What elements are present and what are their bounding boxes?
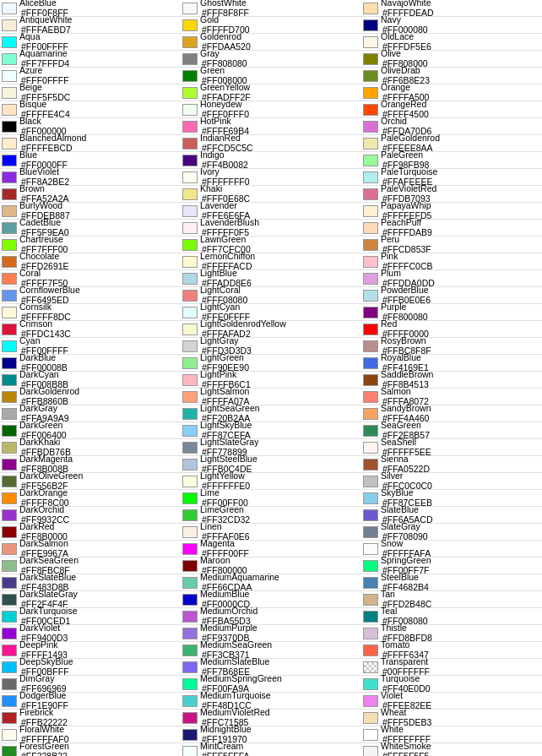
color-name: PeachPuff bbox=[381, 218, 432, 228]
color-name: LightCoral bbox=[200, 286, 247, 296]
color-name: LightSkyBlue bbox=[200, 421, 252, 431]
color-swatch bbox=[363, 324, 378, 335]
color-name: Teal bbox=[381, 606, 428, 617]
color-swatch bbox=[363, 678, 378, 690]
color-swatch bbox=[2, 560, 17, 572]
color-name: White bbox=[381, 725, 431, 735]
color-name: PaleTurquoise bbox=[381, 167, 437, 177]
color-name: OrangeRed bbox=[381, 100, 429, 110]
color-swatch bbox=[363, 442, 378, 454]
color-swatch bbox=[2, 273, 17, 285]
color-swatch bbox=[363, 492, 378, 504]
color-name: Ivory bbox=[200, 167, 250, 177]
color-name: LawnGreen bbox=[200, 235, 251, 245]
color-name: Indigo bbox=[200, 150, 248, 160]
color-swatch bbox=[182, 171, 198, 183]
color-swatch bbox=[182, 104, 198, 116]
color-name: DarkViolet bbox=[19, 623, 68, 634]
color-swatch bbox=[363, 729, 378, 741]
color-swatch bbox=[363, 3, 378, 14]
color-name: OliveDrab bbox=[381, 66, 430, 76]
color-name: SpringGreen bbox=[381, 556, 431, 566]
color-swatch bbox=[2, 374, 17, 386]
color-swatch bbox=[2, 611, 17, 623]
color-name: Aqua bbox=[19, 32, 68, 42]
color-name: Crimson bbox=[19, 319, 71, 329]
color-name: AntiqueWhite bbox=[19, 15, 72, 25]
color-swatch bbox=[182, 70, 198, 82]
color-hex: #FF228B22 bbox=[21, 752, 69, 757]
color-name: Tomato bbox=[381, 640, 429, 650]
color-name: Navy bbox=[381, 15, 428, 25]
color-name: LimeGreen bbox=[200, 505, 250, 515]
color-swatch bbox=[2, 425, 17, 437]
color-name: WhiteSmoke bbox=[381, 742, 431, 752]
color-name: Coral bbox=[19, 269, 68, 279]
color-hex: #FFF5F5F5 bbox=[382, 752, 431, 757]
color-name: Chocolate bbox=[19, 252, 69, 262]
color-name: LightGray bbox=[200, 336, 252, 346]
color-name: OldLace bbox=[381, 32, 431, 42]
color-name: DarkKhaki bbox=[19, 438, 71, 448]
color-swatch bbox=[182, 476, 198, 487]
color-swatch bbox=[182, 628, 198, 639]
color-name: DarkTurquoise bbox=[19, 606, 77, 617]
color-swatch bbox=[182, 205, 198, 217]
color-name: LightGoldenrodYellow bbox=[200, 319, 286, 329]
list-item: ForestGreen #FF228B22 bbox=[0, 743, 181, 756]
color-swatch bbox=[2, 408, 17, 420]
color-name: Firebrick bbox=[19, 708, 68, 718]
color-name: MediumTurquoise bbox=[200, 691, 271, 701]
color-swatch bbox=[182, 19, 198, 31]
color-swatch bbox=[182, 340, 198, 352]
color-swatch bbox=[363, 256, 378, 268]
color-swatch bbox=[363, 188, 378, 200]
color-swatch bbox=[2, 645, 17, 656]
color-swatch bbox=[182, 357, 198, 369]
color-swatch bbox=[363, 171, 378, 183]
color-swatch bbox=[2, 155, 17, 166]
color-swatch bbox=[2, 678, 17, 690]
color-swatch bbox=[2, 476, 17, 487]
color-swatch bbox=[182, 188, 198, 200]
color-name: Brown bbox=[19, 184, 69, 194]
color-swatch bbox=[2, 121, 17, 133]
color-name: PaleGoldenrod bbox=[381, 133, 440, 144]
color-swatch bbox=[363, 290, 378, 302]
color-swatch bbox=[182, 509, 198, 521]
color-name: DeepPink bbox=[19, 640, 68, 650]
color-swatch bbox=[2, 36, 17, 48]
color-swatch bbox=[182, 53, 198, 65]
color-name: IndianRed bbox=[200, 133, 253, 144]
color-name: Khaki bbox=[200, 184, 250, 194]
color-swatch bbox=[182, 577, 198, 589]
color-name: DarkBlue bbox=[19, 353, 68, 363]
color-name: RoyalBlue bbox=[381, 353, 429, 363]
color-swatch bbox=[363, 138, 378, 150]
color-name: Azure bbox=[19, 66, 69, 76]
color-swatch bbox=[2, 577, 17, 589]
list-item: WhiteSmoke #FFF5F5F5 bbox=[361, 743, 542, 756]
color-name: SlateBlue bbox=[381, 505, 433, 515]
color-name: LightSteelBlue bbox=[200, 454, 257, 465]
color-swatch bbox=[182, 408, 198, 420]
color-swatch bbox=[2, 695, 17, 707]
color-swatch bbox=[363, 459, 378, 470]
color-swatch bbox=[182, 678, 198, 690]
color-swatch bbox=[182, 729, 198, 741]
color-swatch bbox=[2, 87, 17, 99]
color-swatch bbox=[182, 155, 198, 166]
color-swatch bbox=[182, 290, 198, 302]
color-swatch bbox=[182, 36, 198, 48]
color-swatch bbox=[2, 459, 17, 470]
color-swatch bbox=[363, 36, 378, 48]
color-name: Linen bbox=[200, 522, 250, 532]
color-name: DarkMagenta bbox=[19, 454, 73, 465]
color-name: FloralWhite bbox=[19, 725, 69, 735]
color-swatch bbox=[2, 138, 17, 150]
color-swatch bbox=[182, 695, 198, 707]
color-swatch bbox=[182, 712, 198, 724]
color-name: LightSeaGreen bbox=[200, 404, 260, 414]
color-swatch bbox=[182, 492, 198, 504]
color-swatch bbox=[182, 543, 198, 555]
